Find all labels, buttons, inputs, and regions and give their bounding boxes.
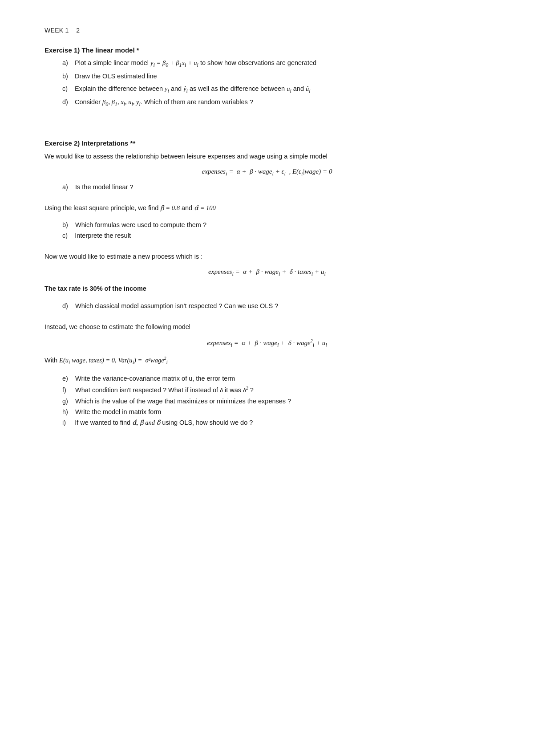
q-text: Interprete the result: [75, 232, 131, 239]
item-text: Consider β0, β1, xi, ui, yi. Which of th…: [75, 98, 253, 106]
ols-text: Using the least square principle, we fin…: [44, 203, 490, 213]
formula-expenses: expensesi = α + β · wagei + εi , E(εi|wa…: [202, 168, 332, 175]
list-item: d) Consider β0, β1, xi, ui, yi. Which of…: [62, 98, 490, 108]
item-label: c): [62, 84, 73, 94]
formula: ui: [287, 85, 291, 92]
formula: ŷi: [183, 85, 188, 92]
q-label: b): [62, 221, 73, 228]
question-f: f) What condition isn't respected ? What…: [62, 386, 490, 394]
delta-sq: δ2: [243, 386, 248, 394]
q-label: d): [62, 302, 73, 309]
question-b: b) Which formulas were used to compute t…: [62, 221, 490, 228]
list-item: a) Plot a simple linear model yi = β0 + …: [62, 58, 490, 69]
formula-new: expensesi = α + β · wagei + δ · taxesi +…: [44, 268, 490, 277]
item-text: Explain the difference between yi and ŷi…: [75, 85, 311, 92]
formula-new-eq: expensesi = α + β · wagei + δ · taxesi +…: [208, 268, 326, 275]
exercise-1-title: Exercise 1) The linear model *: [44, 46, 490, 54]
q-label: a): [62, 183, 73, 191]
question-e: e) Write the variance-covariance matrix …: [62, 375, 490, 382]
q-text: Which is the value of the wage that maxi…: [75, 398, 291, 405]
exercise-2-block: Exercise 2) Interpretations ** We would …: [44, 139, 490, 427]
q-label: c): [62, 232, 73, 239]
q-text: Write the model in matrix form: [75, 408, 161, 415]
tax-bold: The tax rate is 30% of the income: [44, 285, 146, 292]
q-text: Which classical model assumption isn’t r…: [75, 302, 278, 309]
q-text: Write the variance-covariance matrix of …: [75, 375, 235, 382]
instead-intro: Instead, we choose to estimate the follo…: [44, 322, 490, 332]
item-label: b): [62, 72, 73, 81]
formula-instead-eq: expensesi = α + β · wagei + δ · wage2i +…: [207, 339, 327, 346]
item-label: d): [62, 98, 73, 107]
item-text: Draw the OLS estimated line: [75, 73, 157, 80]
q-text: What condition isn't respected ? What if…: [75, 386, 254, 394]
item-text: Plot a simple linear model yi = β0 + β1x…: [75, 59, 316, 66]
question-a: a) Is the model linear ?: [62, 183, 490, 191]
exercise-2-intro: We would like to assess the relationship…: [44, 151, 490, 162]
formula: β0, β1, xi, ui, yi: [102, 98, 141, 106]
tax-note: The tax rate is 30% of the income: [44, 284, 490, 294]
new-process-intro: Now we would like to estimate a new proc…: [44, 252, 490, 262]
question-d: d) Which classical model assumption isn’…: [62, 302, 490, 309]
exercise-1-list: a) Plot a simple linear model yi = β0 + …: [62, 58, 490, 108]
q-text: Which formulas were used to compute them…: [75, 221, 206, 228]
params-hat: α̂, β̂ and δ̂: [132, 419, 160, 426]
alpha-hat: α̂ = 100: [194, 204, 216, 211]
exercise-2-title: Exercise 2) Interpretations **: [44, 139, 490, 147]
formula: yi: [165, 85, 169, 92]
formula: ûi: [306, 85, 311, 92]
with-formula: E(ui|wage, taxes) = 0, Var(ui) = σ²wage2…: [59, 357, 168, 364]
q-label: i): [62, 419, 73, 426]
question-i: i) If we wanted to find α̂, β̂ and δ̂ us…: [62, 419, 490, 427]
formula-main: expensesi = α + β · wagei + εi , E(εi|wa…: [44, 168, 490, 177]
formula-instead: expensesi = α + β · wagei + δ · wage2i +…: [44, 338, 490, 349]
formula: yi = β0 + β1xi + ui: [150, 59, 198, 66]
question-g: g) Which is the value of the wage that m…: [62, 398, 490, 405]
q-label: h): [62, 408, 73, 415]
q-label: g): [62, 398, 73, 405]
beta-hat: β̂ = 0.8: [160, 204, 180, 211]
q-label: e): [62, 375, 73, 382]
list-item: c) Explain the difference between yi and…: [62, 84, 490, 95]
exercise-1-block: Exercise 1) The linear model * a) Plot a…: [44, 46, 490, 108]
delta-sym: δ: [220, 386, 223, 394]
q-label: f): [62, 386, 73, 394]
question-c: c) Interprete the result: [62, 232, 490, 239]
with-note: With E(ui|wage, taxes) = 0, Var(ui) = σ²…: [44, 355, 490, 367]
list-item: b) Draw the OLS estimated line: [62, 72, 490, 81]
q-text: Is the model linear ?: [75, 183, 134, 191]
question-h: h) Write the model in matrix form: [62, 408, 490, 415]
week-header: WEEK 1 – 2: [44, 27, 490, 34]
page: WEEK 1 – 2 Exercise 1) The linear model …: [0, 0, 534, 756]
item-label: a): [62, 58, 73, 68]
q-text: If we wanted to find α̂, β̂ and δ̂ using…: [75, 419, 253, 426]
